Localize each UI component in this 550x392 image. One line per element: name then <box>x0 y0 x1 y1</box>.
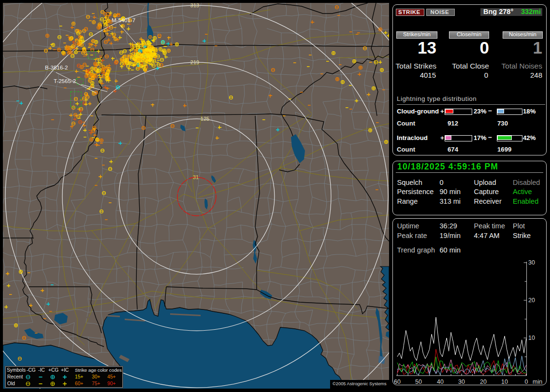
svg-text:0: 0 <box>525 378 528 384</box>
svg-text:min: min <box>533 378 542 384</box>
svg-text:30: 30 <box>458 378 465 384</box>
svg-text:219: 219 <box>190 59 199 65</box>
svg-text:20: 20 <box>480 378 487 384</box>
svg-text:50: 50 <box>415 378 422 384</box>
svg-text:30: 30 <box>528 259 535 266</box>
svg-text:10: 10 <box>528 335 535 341</box>
svg-text:31: 31 <box>193 174 199 180</box>
svg-text:40: 40 <box>437 378 444 384</box>
svg-text:313: 313 <box>190 3 199 8</box>
svg-text:125: 125 <box>201 116 209 122</box>
svg-text:60: 60 <box>394 378 401 384</box>
svg-text:10: 10 <box>501 378 508 384</box>
svg-text:20: 20 <box>528 297 535 304</box>
